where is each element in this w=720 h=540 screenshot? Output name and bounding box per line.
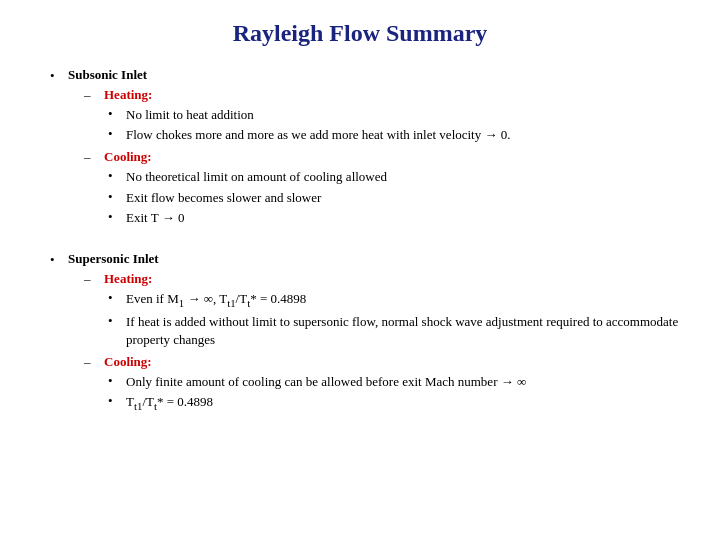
supersonic-cooling-item: – Cooling: Only finite amount of cooling… xyxy=(68,354,680,416)
list-item-text: Flow chokes more and more as we add more… xyxy=(126,126,680,144)
dash-subsonic-heating: – xyxy=(84,87,104,103)
subsonic-cooling-content: Cooling: No theoretical limit on amount … xyxy=(104,149,680,229)
list-item: Flow chokes more and more as we add more… xyxy=(108,126,680,144)
dash-supersonic-cooling: – xyxy=(84,354,104,370)
list-item: Only finite amount of cooling can be all… xyxy=(108,373,680,391)
subsonic-heating-label: Heating: xyxy=(104,87,680,103)
supersonic-content: Supersonic Inlet – Heating: Even if M1 →… xyxy=(68,251,680,424)
bullet-dot-subsonic: • xyxy=(50,67,68,84)
supersonic-heating-item: – Heating: Even if M1 → ∞, Tt1/Tt* = 0.4… xyxy=(68,271,680,351)
supersonic-cooling-content: Cooling: Only finite amount of cooling c… xyxy=(104,354,680,416)
subsonic-cooling-list: No theoretical limit on amount of coolin… xyxy=(104,168,680,227)
subsonic-cooling-item: – Cooling: No theoretical limit on amoun… xyxy=(68,149,680,229)
list-item: If heat is added without limit to supers… xyxy=(108,313,680,349)
list-item-text: Even if M1 → ∞, Tt1/Tt* = 0.4898 xyxy=(126,290,680,311)
list-item: No theoretical limit on amount of coolin… xyxy=(108,168,680,186)
list-item: Exit T → 0 xyxy=(108,209,680,227)
list-item: No limit to heat addition xyxy=(108,106,680,124)
supersonic-heating-content: Heating: Even if M1 → ∞, Tt1/Tt* = 0.489… xyxy=(104,271,680,351)
list-item: Tt1/Tt* = 0.4898 xyxy=(108,393,680,414)
list-item-text: Exit T → 0 xyxy=(126,209,680,227)
list-item: Even if M1 → ∞, Tt1/Tt* = 0.4898 xyxy=(108,290,680,311)
subsonic-cooling-label: Cooling: xyxy=(104,149,680,165)
list-item-text: No theoretical limit on amount of coolin… xyxy=(126,168,680,186)
supersonic-heating-label: Heating: xyxy=(104,271,680,287)
supersonic-cooling-label: Cooling: xyxy=(104,354,680,370)
supersonic-title: Supersonic Inlet xyxy=(68,251,680,267)
content-area: • Subsonic Inlet – Heating: No limit to … xyxy=(40,67,680,424)
supersonic-section: • Supersonic Inlet – Heating: Even if M1… xyxy=(50,251,680,424)
subsonic-content: Subsonic Inlet – Heating: No limit to he… xyxy=(68,67,680,237)
slide: Rayleigh Flow Summary • Subsonic Inlet –… xyxy=(0,0,720,540)
subsonic-section: • Subsonic Inlet – Heating: No limit to … xyxy=(50,67,680,237)
list-item-text: No limit to heat addition xyxy=(126,106,680,124)
subsonic-heating-item: – Heating: No limit to heat addition Flo… xyxy=(68,87,680,146)
bullet-dot-supersonic: • xyxy=(50,251,68,268)
subsonic-title: Subsonic Inlet xyxy=(68,67,680,83)
dash-subsonic-cooling: – xyxy=(84,149,104,165)
page-title: Rayleigh Flow Summary xyxy=(40,20,680,47)
dash-supersonic-heating: – xyxy=(84,271,104,287)
list-item-text: Tt1/Tt* = 0.4898 xyxy=(126,393,680,414)
list-item-text: If heat is added without limit to supers… xyxy=(126,313,680,349)
list-item-text: Only finite amount of cooling can be all… xyxy=(126,373,680,391)
supersonic-cooling-list: Only finite amount of cooling can be all… xyxy=(104,373,680,414)
subsonic-heating-list: No limit to heat addition Flow chokes mo… xyxy=(104,106,680,144)
list-item-text: Exit flow becomes slower and slower xyxy=(126,189,680,207)
subsonic-heating-content: Heating: No limit to heat addition Flow … xyxy=(104,87,680,146)
supersonic-heating-list: Even if M1 → ∞, Tt1/Tt* = 0.4898 If heat… xyxy=(104,290,680,349)
list-item: Exit flow becomes slower and slower xyxy=(108,189,680,207)
